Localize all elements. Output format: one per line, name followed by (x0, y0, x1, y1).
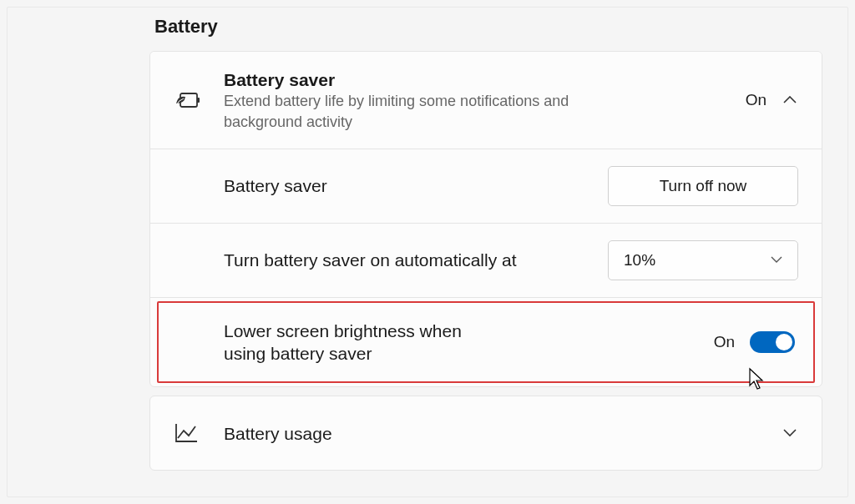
battery-saver-panel: Battery saver Extend battery life by lim… (149, 51, 822, 387)
battery-saver-title: Battery saver (224, 68, 736, 91)
battery-saver-row-label: Battery saver (224, 174, 598, 197)
toggle-knob (776, 334, 792, 350)
graph-icon (174, 422, 224, 444)
chevron-down-icon[interactable] (782, 425, 798, 441)
auto-threshold-label: Turn battery saver on automatically at (224, 249, 598, 271)
battery-leaf-icon (174, 88, 224, 112)
auto-threshold-value: 10% (624, 251, 655, 270)
battery-saver-toggle-row: Battery saver Turn off now (150, 149, 822, 224)
section-title: Battery (154, 16, 822, 38)
turn-off-now-button[interactable]: Turn off now (608, 166, 798, 206)
battery-saver-header[interactable]: Battery saver Extend battery life by lim… (150, 52, 822, 149)
chevron-up-icon[interactable] (782, 92, 798, 108)
chevron-down-icon (771, 256, 782, 264)
lower-brightness-toggle[interactable] (750, 331, 795, 353)
battery-saver-status: On (746, 91, 766, 109)
battery-usage-title: Battery usage (224, 422, 772, 445)
lower-brightness-row: Lower screen brightness when using batte… (157, 301, 815, 384)
lower-brightness-label: Lower screen brightness when using batte… (224, 320, 508, 365)
svg-rect-0 (197, 98, 200, 103)
auto-threshold-select[interactable]: 10% (608, 240, 798, 280)
auto-threshold-row: Turn battery saver on automatically at 1… (150, 224, 822, 298)
battery-usage-panel[interactable]: Battery usage (149, 396, 822, 471)
lower-brightness-status: On (714, 333, 735, 351)
battery-saver-subtitle: Extend battery life by limiting some not… (224, 91, 616, 132)
